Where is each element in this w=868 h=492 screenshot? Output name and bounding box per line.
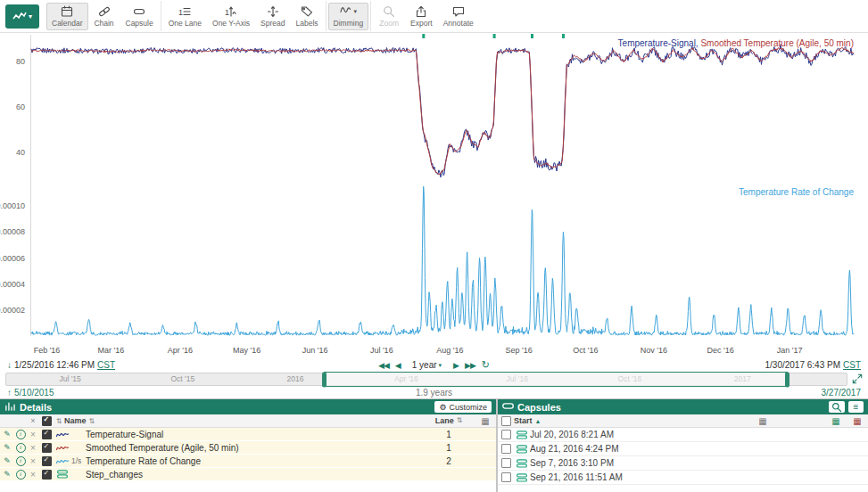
capsules-menu-button[interactable]: ≡ (848, 401, 864, 413)
sort-both-icon[interactable]: ⇅ (457, 416, 463, 425)
pan-forward-half-button[interactable]: ▶ (453, 361, 459, 370)
toolbar-button-capsule[interactable]: Capsule (120, 3, 159, 30)
capsule-icon (514, 459, 530, 468)
trend-chart[interactable]: 8060400.000100.000080.000060.000040.0000… (0, 33, 868, 358)
column-start[interactable]: Start (514, 416, 533, 425)
pan-back-full-button[interactable]: ◀◀ (378, 361, 389, 370)
info-icon[interactable]: i (14, 430, 27, 439)
toolbar-button-annotate[interactable]: Annotate (438, 3, 479, 30)
remove-icon[interactable]: × (27, 430, 39, 439)
lane1-legend: Temperature-Signal, Smoothed Temperature… (618, 38, 854, 48)
remove-all-icon[interactable]: × (27, 416, 39, 425)
info-icon[interactable]: i (14, 456, 27, 466)
edit-pencil-icon[interactable]: ✎ (0, 456, 14, 465)
signal-icon (54, 444, 71, 452)
item-name[interactable]: Smoothed Temperature (Agile, 50 min) (86, 443, 423, 453)
grid-columns-icon[interactable]: ▦ (752, 416, 773, 426)
toolbar-button-calendar[interactable]: Calendar (46, 3, 88, 30)
select-all-checkbox[interactable] (39, 416, 54, 426)
toolbar-label: One Y-Axis (212, 19, 250, 28)
toolbar-button-dimming[interactable]: ▾ Dimming (328, 3, 369, 30)
range-start-arrow-icon[interactable]: ↓ (7, 360, 12, 370)
details-panel-title: Details (20, 402, 52, 413)
column-lane[interactable]: Lane (435, 416, 454, 425)
remove-icon[interactable]: × (27, 456, 39, 466)
search-capsules-button[interactable] (829, 401, 845, 413)
capsule-start[interactable]: Jul 20, 2016 8:21 AM (530, 430, 614, 439)
investigate-start-date[interactable]: 5/10/2015 (14, 388, 54, 398)
grid-columns-icon[interactable]: ▦ (475, 416, 496, 426)
toolbar-button-chain[interactable]: Chain (88, 3, 120, 30)
duration-selector-button[interactable]: 1 year▾ (407, 359, 447, 371)
table-row[interactable]: ✎ i × Temperature-Signal 1 (0, 428, 496, 441)
scrubber-handle-left[interactable] (322, 372, 327, 387)
column-name[interactable]: Name (64, 416, 87, 425)
edit-pencil-icon[interactable]: ✎ (0, 470, 14, 479)
row-checkbox[interactable] (39, 456, 54, 466)
app-logo-button[interactable]: ▾ (5, 4, 39, 29)
range-end-timezone-link[interactable]: CST (843, 360, 861, 370)
capsule-checkbox[interactable] (498, 444, 514, 454)
investigate-start-arrow-icon[interactable]: ↑ (7, 388, 12, 398)
capsule-icon (514, 430, 530, 439)
scrubber-selection[interactable] (324, 372, 788, 387)
row-checkbox[interactable] (39, 443, 54, 453)
item-name[interactable]: Temperature Rate of Change (86, 456, 423, 466)
toolbar-button-export[interactable]: Export (405, 3, 438, 30)
remove-icon[interactable]: × (27, 443, 39, 453)
capsule-start[interactable]: Sep 7, 2016 3:10 PM (530, 458, 614, 468)
capsule-checkbox[interactable] (498, 430, 514, 439)
capsule-row[interactable]: Jul 20, 2016 8:21 AM (498, 428, 868, 442)
pan-back-half-button[interactable]: ◀ (395, 361, 401, 370)
scrubber-handle-right[interactable] (785, 372, 789, 387)
range-end-datetime[interactable]: 1/30/2017 6:43 PM (765, 360, 840, 370)
remove-column-icon[interactable]: ▦ (847, 416, 868, 426)
capsules-panel: Capsules ≡ Start▲ ▦ ▦ ▦ Jul 20, 2016 8:2… (498, 399, 868, 492)
sort-asc-icon[interactable]: ▲ (535, 418, 541, 424)
refresh-icon[interactable]: ↻ (482, 359, 490, 371)
range-start-datetime[interactable]: 1/25/2016 12:46 PM (14, 360, 95, 370)
pan-forward-full-button[interactable]: ▶▶ (465, 361, 475, 370)
edit-pencil-icon[interactable]: ✎ (0, 430, 14, 439)
capsule-checkbox[interactable] (498, 458, 514, 468)
edit-pencil-icon[interactable]: ✎ (0, 443, 14, 452)
remove-icon[interactable]: × (27, 470, 39, 480)
capsule-row[interactable]: Sep 7, 2016 3:10 PM (498, 456, 868, 471)
select-all-capsules-checkbox[interactable] (498, 416, 514, 426)
toolbar-button-zoom: Zoom (373, 3, 405, 30)
capsule-start[interactable]: Aug 21, 2016 4:24 PM (530, 444, 619, 454)
toolbar-button-one-y-axis[interactable]: 1 One Y-Axis (207, 3, 255, 30)
info-icon[interactable]: i (14, 470, 27, 480)
add-column-icon[interactable]: ▦ (825, 416, 847, 426)
toolbar-button-labels[interactable]: Labels (291, 3, 324, 30)
toolbar-button-spread[interactable]: Spread (255, 3, 290, 30)
expand-timeline-icon[interactable] (852, 372, 863, 388)
row-checkbox[interactable] (39, 470, 54, 480)
sort-selected-icon[interactable]: ⇅ (54, 417, 64, 425)
table-row[interactable]: ✎ i × 1/s Temperature Rate of Change 2 (0, 455, 496, 468)
item-lane: 1 (423, 430, 475, 439)
signal-icon (54, 457, 71, 465)
table-row[interactable]: ✎ i × Step_changes (0, 468, 496, 481)
investigate-duration: 1.9 years (416, 388, 452, 398)
table-row[interactable]: ✎ i × Smoothed Temperature (Agile, 50 mi… (0, 441, 496, 455)
capsule-checkbox[interactable] (498, 472, 514, 482)
toolbar-button-one-lane[interactable]: 1 One Lane (163, 3, 207, 30)
toolbar-label: Zoom (379, 19, 399, 28)
sort-both-icon[interactable]: ⇅ (89, 417, 95, 425)
legend-rate-of-change: Temperature Rate of Change (739, 187, 854, 197)
item-name[interactable]: Step_changes (86, 470, 423, 480)
item-name[interactable]: Temperature-Signal (86, 430, 423, 439)
row-checkbox[interactable] (39, 430, 54, 439)
info-icon[interactable]: i (14, 443, 27, 453)
toolbar-label: Export (410, 19, 433, 28)
capsule-start[interactable]: Sep 21, 2016 11:51 AM (530, 472, 623, 482)
timeline-scrubber[interactable]: Jul '15Oct '152016Apr '16Jul '16Oct '162… (5, 373, 847, 386)
range-start-timezone-link[interactable]: CST (97, 360, 115, 370)
timebar-row: Jul '15Oct '152016Apr '16Jul '16Oct '162… (0, 372, 868, 387)
customize-button[interactable]: ⚙ Customize (434, 401, 492, 413)
toolbar-group-layout: 1 One Lane 1 One Y-Axis Spread Labels (161, 1, 326, 31)
investigate-end-date[interactable]: 3/27/2017 (452, 388, 861, 398)
capsule-row[interactable]: Sep 21, 2016 11:51 AM (498, 471, 868, 485)
capsule-row[interactable]: Aug 21, 2016 4:24 PM (498, 442, 868, 456)
